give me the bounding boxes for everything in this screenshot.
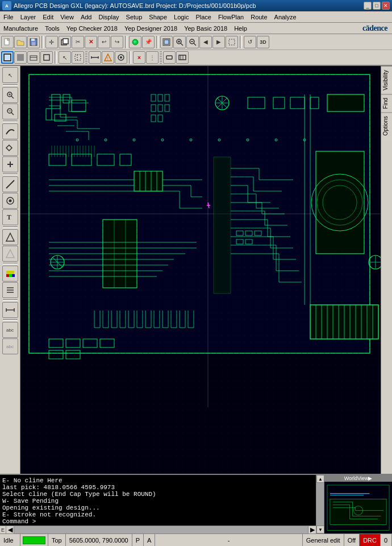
status-indicator xyxy=(20,534,48,546)
left-sep-4 xyxy=(3,226,18,228)
menu-yep-basic[interactable]: Yep Basic 2018 xyxy=(181,24,231,33)
menu-edit[interactable]: Edit xyxy=(39,11,57,22)
menu-manufacture[interactable]: Manufacture xyxy=(0,24,41,33)
menu-yep-checker[interactable]: Yep Checker 2018 xyxy=(63,24,121,33)
btn-add-connect[interactable]: + xyxy=(129,36,141,48)
scroll-up-btn[interactable]: ▲ xyxy=(316,475,324,483)
btn-zoom-out[interactable] xyxy=(186,36,199,48)
menu-place[interactable]: Place xyxy=(192,11,215,22)
tab-options[interactable]: Options xyxy=(381,112,392,139)
btn-box-sel[interactable] xyxy=(72,51,84,64)
btn-undo[interactable]: ↩ xyxy=(98,36,110,48)
close-button[interactable]: ✕ xyxy=(382,2,390,10)
btn-redo[interactable]: ↪ xyxy=(111,36,123,48)
btn-pad[interactable] xyxy=(163,51,176,64)
btn-snap-t2[interactable]: ⋮ xyxy=(146,51,159,64)
btn-fill-mode[interactable] xyxy=(14,51,27,64)
maximize-button[interactable]: □ xyxy=(373,2,381,10)
btn-measure-t2[interactable] xyxy=(89,51,101,64)
btn-add-line-left[interactable] xyxy=(2,176,18,192)
btn-abc1-left[interactable]: abc xyxy=(2,322,18,338)
menu-help[interactable]: Help xyxy=(231,24,251,33)
btn-color-left[interactable] xyxy=(2,266,18,282)
scroll-right-btn[interactable]: ▶ xyxy=(308,526,316,533)
btn-open[interactable] xyxy=(14,36,27,48)
menu-display[interactable]: Display xyxy=(95,11,122,22)
svg-rect-153 xyxy=(330,499,386,525)
menu-yep-designer[interactable]: Yep Designer 2018 xyxy=(121,24,181,33)
btn-highlight-mode[interactable] xyxy=(27,51,40,64)
btn-push-route[interactable] xyxy=(2,140,18,156)
menu-logic[interactable]: Logic xyxy=(170,11,192,22)
btn-copy[interactable] xyxy=(59,36,71,48)
btn-move[interactable]: ✛ xyxy=(45,36,58,48)
btn-cut[interactable]: ✂ xyxy=(72,36,84,48)
status-number: 0 xyxy=(381,534,392,546)
menu-file[interactable]: File xyxy=(0,11,17,22)
sep-4 xyxy=(240,36,242,48)
btn-abc2-left[interactable]: abc xyxy=(2,338,18,354)
svg-rect-35 xyxy=(179,55,186,60)
log-line-6: E- Stroke not recognized. xyxy=(2,511,314,518)
btn-select-left[interactable]: ↖ xyxy=(2,67,18,83)
btn-save[interactable] xyxy=(27,36,40,48)
btn-drc[interactable]: ! xyxy=(102,51,114,64)
btn-zoom-prev[interactable]: ◀ xyxy=(199,36,212,48)
btn-highlight-left[interactable] xyxy=(2,229,18,245)
btn-slide-left[interactable] xyxy=(2,156,18,172)
status-a[interactable]: A xyxy=(144,534,155,546)
log-line-1: E- No cline Here xyxy=(2,477,314,484)
worldview-canvas xyxy=(324,482,392,533)
menu-route[interactable]: Route xyxy=(247,11,270,22)
btn-zoom-sel[interactable] xyxy=(226,36,238,48)
tab-visibility[interactable]: Visibility xyxy=(381,66,392,94)
menu-layer[interactable]: Layer xyxy=(17,11,40,22)
menu-flowplan[interactable]: FlowPlan xyxy=(215,11,247,22)
scroll-down-btn[interactable]: ▼ xyxy=(316,526,324,533)
btn-comp[interactable] xyxy=(176,51,189,64)
btn-square-mode[interactable] xyxy=(40,51,53,64)
minimize-button[interactable]: _ xyxy=(364,2,372,10)
menu-tools[interactable]: Tools xyxy=(41,24,63,33)
left-sep-5 xyxy=(3,263,18,264)
btn-via-t2[interactable] xyxy=(115,51,127,64)
btn-dehighlight-left[interactable] xyxy=(2,246,18,262)
menu-add[interactable]: Add xyxy=(77,11,95,22)
tab-find[interactable]: Find xyxy=(381,94,392,112)
btn-refresh[interactable]: ↺ xyxy=(244,36,256,48)
btn-route-left[interactable] xyxy=(2,123,18,139)
menu-shape[interactable]: Shape xyxy=(145,11,170,22)
menu-setup[interactable]: Setup xyxy=(123,11,146,22)
btn-via-left[interactable] xyxy=(2,193,18,209)
btn-property-left[interactable] xyxy=(2,282,18,298)
status-coords: 5605.0000, 790.0000 xyxy=(66,534,132,546)
svg-rect-148 xyxy=(20,66,381,474)
btn-3d[interactable]: 3D xyxy=(257,36,269,48)
pcb-canvas-area[interactable] xyxy=(20,66,381,474)
btn-select-t2[interactable]: ↖ xyxy=(59,51,71,64)
worldview-label[interactable]: WorldView▶ xyxy=(324,475,392,482)
worldview-panel: WorldView▶ xyxy=(324,475,392,533)
pcb-board-svg xyxy=(20,66,381,474)
btn-zoom-next[interactable]: ▶ xyxy=(212,36,225,48)
btn-new[interactable] xyxy=(1,36,14,48)
menu-view[interactable]: View xyxy=(57,11,77,22)
scroll-left-btn[interactable]: ◀ xyxy=(6,526,14,533)
btn-zoom-fit[interactable] xyxy=(160,36,173,48)
btn-pushpin[interactable]: 📌 xyxy=(142,36,155,48)
btn-outline-mode[interactable] xyxy=(1,51,14,64)
btn-measure-left[interactable] xyxy=(2,302,18,318)
btn-delete[interactable]: ✕ xyxy=(85,36,97,48)
btn-zoom-out-left[interactable] xyxy=(2,104,18,119)
btn-add-text-left[interactable]: T xyxy=(2,209,18,225)
left-toolbar: ↖ T xyxy=(0,66,20,474)
toolbar-1: ✛ ✂ ✕ ↩ ↪ + 📌 ◀ ▶ ↺ 3D xyxy=(0,34,392,50)
title-bar-controls[interactable]: _ □ ✕ xyxy=(364,2,390,10)
svg-rect-22 xyxy=(30,56,37,60)
status-p[interactable]: P xyxy=(132,534,144,546)
btn-zoom-in[interactable] xyxy=(173,36,186,48)
btn-zoom-in-left[interactable] xyxy=(2,87,18,103)
cmd-label: E xyxy=(0,526,6,533)
btn-x-mark[interactable]: × xyxy=(133,51,145,64)
menu-analyze[interactable]: Analyze xyxy=(271,11,300,22)
